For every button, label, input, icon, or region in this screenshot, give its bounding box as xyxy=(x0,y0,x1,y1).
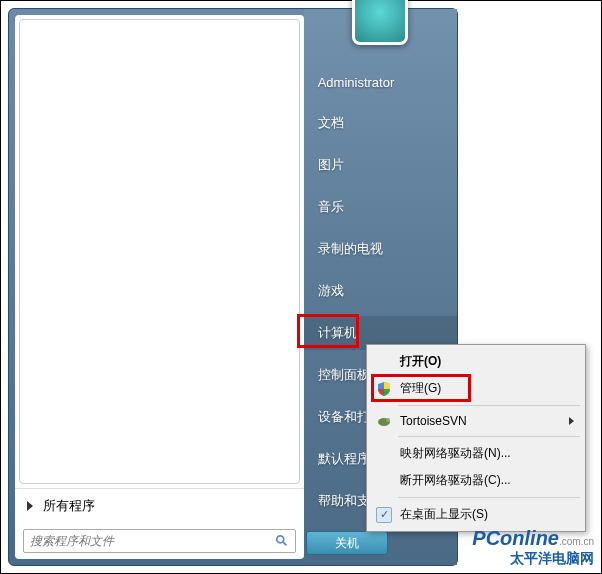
sidebar-item-administrator[interactable]: Administrator xyxy=(304,67,457,98)
all-programs-button[interactable]: 所有程序 xyxy=(15,488,304,523)
all-programs-label: 所有程序 xyxy=(43,497,95,515)
chevron-right-icon xyxy=(27,501,33,511)
start-menu-left-panel: 所有程序 xyxy=(15,15,304,559)
sidebar-item-games[interactable]: 游戏 xyxy=(304,274,457,308)
ctx-map-drive-label: 映射网络驱动器(N)... xyxy=(400,445,511,462)
watermark-brand: PConline.com.cn xyxy=(472,527,594,550)
sidebar-item-music[interactable]: 音乐 xyxy=(304,190,457,224)
shutdown-label: 关机 xyxy=(335,535,359,552)
separator xyxy=(398,436,580,437)
programs-list-area[interactable] xyxy=(19,19,300,484)
shutdown-button[interactable]: 关机 xyxy=(306,531,388,555)
shield-icon xyxy=(376,381,392,397)
ctx-tortoise-label: TortoiseSVN xyxy=(400,414,467,428)
ctx-show-desktop[interactable]: ✓ 在桌面上显示(S) xyxy=(370,501,582,528)
search-row xyxy=(15,523,304,559)
svg-point-3 xyxy=(386,418,390,422)
ctx-disconnect-label: 断开网络驱动器(C)... xyxy=(400,472,511,489)
ctx-manage[interactable]: 管理(G) xyxy=(370,375,582,402)
separator xyxy=(398,497,580,498)
svg-line-1 xyxy=(283,542,287,546)
watermark-name: 太平洋电脑网 xyxy=(472,550,594,568)
avatar[interactable] xyxy=(352,0,408,45)
ctx-disconnect-drive[interactable]: 断开网络驱动器(C)... xyxy=(370,467,582,494)
chevron-right-icon xyxy=(569,417,574,425)
ctx-open[interactable]: 打开(O) xyxy=(370,348,582,375)
search-input[interactable] xyxy=(30,534,275,548)
ctx-map-drive[interactable]: 映射网络驱动器(N)... xyxy=(370,440,582,467)
sidebar-item-recorded-tv[interactable]: 录制的电视 xyxy=(304,232,457,266)
ctx-manage-label: 管理(G) xyxy=(400,380,441,397)
check-icon: ✓ xyxy=(376,507,392,523)
sidebar-item-pictures[interactable]: 图片 xyxy=(304,148,457,182)
ctx-open-label: 打开(O) xyxy=(400,353,441,370)
svg-point-0 xyxy=(276,536,283,543)
context-menu: 打开(O) 管理(G) TortoiseSVN 映射网络驱动器(N)... 断开… xyxy=(366,344,586,532)
sidebar-item-documents[interactable]: 文档 xyxy=(304,106,457,140)
separator xyxy=(398,405,580,406)
search-box[interactable] xyxy=(23,529,296,553)
search-icon xyxy=(275,534,289,548)
watermark: PConline.com.cn 太平洋电脑网 xyxy=(472,527,594,568)
ctx-show-desktop-label: 在桌面上显示(S) xyxy=(400,506,488,523)
ctx-tortoisesvn[interactable]: TortoiseSVN xyxy=(370,409,582,433)
tortoise-icon xyxy=(376,413,392,429)
